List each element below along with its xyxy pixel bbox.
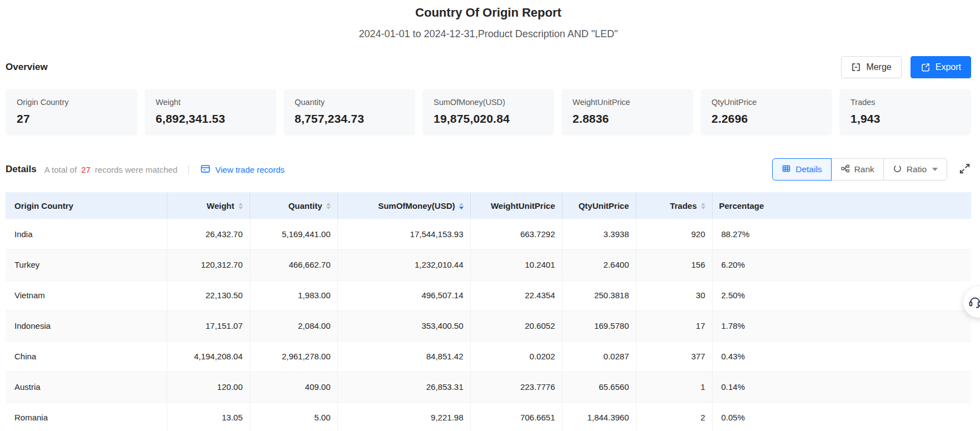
view-trade-records-link[interactable]: View trade records [200,163,285,176]
pie-circle-icon [893,164,902,176]
column-header-trades[interactable]: Trades [636,192,712,219]
cell-trades: 156 [636,249,712,280]
cell-percentage: 6.20% [712,249,971,280]
cell-country: Vietnam [6,280,167,310]
cell-trades: 1 [636,372,712,402]
merge-button-label: Merge [866,62,891,72]
column-label: Weight [207,201,235,211]
cell-weight: 22,130.50 [167,280,250,310]
cell-qty-unit-price: 0.0287 [562,341,636,372]
details-bar-right: Details Rank [772,158,971,181]
table-row: Turkey 120,312.70 466,662.70 1,232,010.4… [6,249,971,280]
column-label: QtyUnitPrice [579,201,629,211]
sort-carets-icon [238,203,243,209]
cell-sum-of-money: 84,851.42 [337,341,470,372]
card-value: 19,875,020.84 [434,112,543,126]
column-header-sum-of-money[interactable]: SumOfMoney(USD) [337,192,470,219]
fullscreen-expand-icon [958,162,971,177]
cell-sum-of-money: 17,544,153.93 [337,219,470,249]
cell-qty-unit-price: 65.6560 [562,372,636,402]
cell-weight-unit-price: 10.2401 [470,249,562,280]
cell-weight-unit-price: 706.6651 [470,402,562,431]
column-label: Quantity [288,201,322,211]
cell-trades: 2 [636,402,712,431]
export-button[interactable]: Export [911,56,971,78]
merge-button[interactable]: Merge [841,56,901,78]
table-row: Austria 120.00 409.00 26,853.31 223.7776… [6,372,971,402]
cell-percentage: 0.14% [712,372,971,402]
card-value: 6,892,341.53 [156,112,265,126]
card-value: 2.8836 [573,112,682,126]
column-header-weight-unit-price: WeightUnitPrice [470,192,562,219]
vertical-divider [188,165,189,174]
cell-quantity: 5,169,441.00 [250,219,337,249]
cell-country: China [6,341,167,372]
table-grid-icon [782,164,791,176]
overview-heading: Overview [6,62,48,73]
card-weight: Weight 6,892,341.53 [145,89,276,136]
column-header-weight[interactable]: Weight [167,192,250,219]
cell-country: India [6,219,167,249]
table-body: India 26,432.70 5,169,441.00 17,544,153.… [6,219,971,431]
cell-weight: 120,312.70 [167,249,250,280]
cell-percentage: 2.50% [712,280,971,310]
cell-trades: 920 [636,219,712,249]
card-value: 27 [17,112,126,126]
match-count: 27 [81,165,91,174]
column-label: Percentage [719,201,764,211]
column-label: WeightUnitPrice [491,201,555,211]
origin-country-table: Origin Country Weight Quantity [6,192,971,431]
cell-sum-of-money: 353,400.50 [337,310,470,341]
cell-sum-of-money: 9,221.98 [337,402,470,431]
merge-cells-icon [851,62,861,72]
caret-down-icon [932,168,938,171]
card-label: SumOfMoney(USD) [434,98,543,107]
tab-details[interactable]: Details [772,158,831,181]
cell-quantity: 2,961,278.00 [250,341,337,372]
cell-weight-unit-price: 223.7776 [470,372,562,402]
cell-qty-unit-price: 169.5780 [562,310,636,341]
cell-weight: 26,432.70 [167,219,250,249]
card-qty-unit-price: QtyUnitPrice 2.2696 [700,89,832,136]
cell-weight-unit-price: 22.4354 [470,280,562,310]
card-origin-country: Origin Country 27 [6,89,137,136]
cell-weight: 120.00 [167,372,250,402]
tab-rank[interactable]: Rank [831,158,884,181]
tab-details-label: Details [795,164,822,174]
cell-percentage: 0.43% [712,341,971,372]
tab-ratio-label: Ratio [907,164,927,174]
cell-percentage: 0.05% [712,402,971,431]
card-label: Trades [850,98,960,107]
table-row: Romania 13.05 5.00 9,221.98 706.6651 1,8… [6,402,971,431]
card-label: Quantity [295,98,404,107]
column-label: SumOfMoney(USD) [378,201,455,211]
export-button-label: Export [936,62,961,72]
details-bar: Details A total of 27 records were match… [6,158,971,181]
tab-ratio[interactable]: Ratio [883,158,947,181]
cell-quantity: 5.00 [250,402,337,431]
fullscreen-button[interactable] [958,162,971,177]
match-suffix: records were matched [95,165,177,174]
sort-carets-icon [459,203,464,209]
cell-weight-unit-price: 20.6052 [470,310,562,341]
card-trades: Trades 1,943 [839,89,971,136]
column-header-qty-unit-price: QtyUnitPrice [562,192,636,219]
cell-quantity: 2,084.00 [250,310,337,341]
column-header-quantity[interactable]: Quantity [250,192,337,219]
column-label: Origin Country [14,201,73,211]
cell-trades: 30 [636,280,712,310]
headset-icon [968,294,980,310]
card-value: 1,943 [850,112,960,126]
cell-country: Austria [6,372,167,402]
overview-cards: Origin Country 27 Weight 6,892,341.53 Qu… [6,89,971,136]
view-trade-records-label: View trade records [215,165,285,174]
card-quantity: Quantity 8,757,234.73 [283,89,415,136]
cell-qty-unit-price: 250.3818 [562,280,636,310]
cell-country: Turkey [6,249,167,280]
cell-trades: 17 [636,310,712,341]
cell-percentage: 1.78% [712,310,971,341]
records-matched-text: A total of 27 records were matched [44,165,177,174]
cell-trades: 377 [636,341,712,372]
country-of-origin-report-page: Country Of Origin Report 2024-01-01 to 2… [0,0,980,431]
cell-quantity: 1,983.00 [250,280,337,310]
